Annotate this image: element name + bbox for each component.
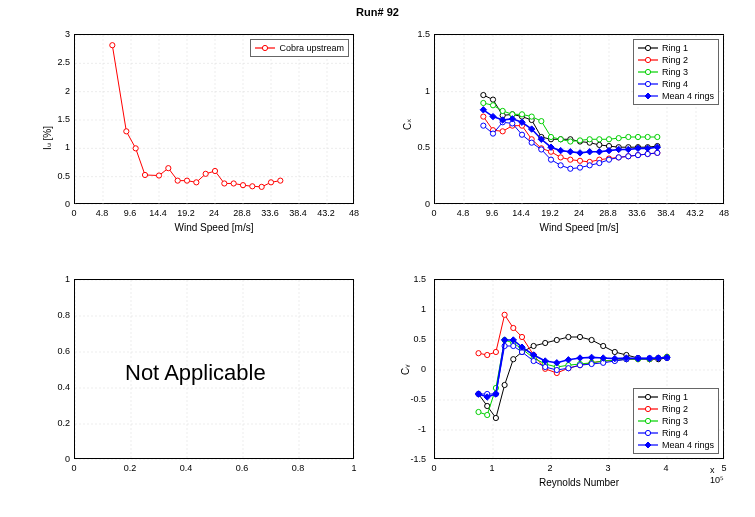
diamond-marker-icon xyxy=(638,92,658,100)
svg-point-96 xyxy=(529,114,534,119)
svg-point-125 xyxy=(626,154,631,159)
legend-label: Ring 1 xyxy=(662,43,688,53)
chart-svg-tl xyxy=(75,35,355,205)
svg-point-109 xyxy=(655,134,660,139)
svg-point-22 xyxy=(156,173,161,178)
xlabel-br: Reynolds Number xyxy=(434,477,724,488)
legend-label: Mean 4 rings xyxy=(662,440,714,450)
svg-point-227 xyxy=(543,364,548,369)
xtick-label: 38.4 xyxy=(654,208,678,218)
xlabel-tl: Wind Speed [m/s] xyxy=(74,222,354,233)
svg-point-176 xyxy=(612,349,617,354)
svg-point-97 xyxy=(539,119,544,124)
circle-marker-icon xyxy=(638,80,658,88)
svg-point-122 xyxy=(597,160,602,165)
svg-point-116 xyxy=(539,147,544,152)
svg-point-95 xyxy=(519,112,524,117)
svg-point-173 xyxy=(577,334,582,339)
xtick-label: 24 xyxy=(202,208,226,218)
svg-point-114 xyxy=(519,132,524,137)
diamond-marker-icon xyxy=(638,441,658,449)
legend-item: Ring 2 xyxy=(638,54,714,66)
ylabel-tl: Iᵤ [%] xyxy=(42,126,53,150)
ytick-label: 2 xyxy=(42,86,70,96)
xtick-label: 0.6 xyxy=(230,463,254,473)
xtick-label: 48 xyxy=(712,208,736,218)
svg-point-119 xyxy=(568,166,573,171)
legend-item: Mean 4 rings xyxy=(638,90,714,102)
svg-point-81 xyxy=(568,157,573,162)
legend-item: Ring 1 xyxy=(638,391,714,403)
xtick-label: 0 xyxy=(62,208,86,218)
svg-point-224 xyxy=(511,343,516,348)
xtick-label: 48 xyxy=(342,208,366,218)
svg-point-74 xyxy=(500,129,505,134)
svg-point-37 xyxy=(263,45,268,50)
svg-point-28 xyxy=(212,168,217,173)
svg-point-54 xyxy=(490,97,495,102)
svg-point-202 xyxy=(485,412,490,417)
svg-point-34 xyxy=(268,180,273,185)
xtick-label: 1 xyxy=(342,463,366,473)
svg-point-167 xyxy=(511,357,516,362)
not-applicable-text: Not Applicable xyxy=(125,360,266,386)
legend-label: Ring 2 xyxy=(662,404,688,414)
svg-point-174 xyxy=(589,337,594,342)
legend-label: Cobra upstream xyxy=(279,43,344,53)
xtick-label: 9.6 xyxy=(118,208,142,218)
circle-marker-icon xyxy=(638,417,658,425)
xticklabels-br: 012345 xyxy=(434,463,724,475)
svg-point-166 xyxy=(502,382,507,387)
svg-point-187 xyxy=(519,334,524,339)
svg-point-72 xyxy=(481,114,486,119)
ytick-label: 1.5 xyxy=(402,29,430,39)
legend-item: Mean 4 rings xyxy=(638,439,714,451)
axis-exponent-br: x 10⁵ xyxy=(710,465,730,485)
panel-tl: 00.511.522.53 Cobra upstream 04.89.614.4… xyxy=(40,30,360,240)
legend-label: Ring 4 xyxy=(662,428,688,438)
ytick-label: 3 xyxy=(42,29,70,39)
svg-point-105 xyxy=(616,136,621,141)
circle-marker-icon xyxy=(255,44,275,52)
svg-point-30 xyxy=(231,181,236,186)
legend-item: Ring 4 xyxy=(638,78,714,90)
legend-label: Ring 2 xyxy=(662,55,688,65)
legend-item: Ring 3 xyxy=(638,415,714,427)
xtick-label: 19.2 xyxy=(174,208,198,218)
legend-item: Ring 2 xyxy=(638,403,714,415)
ytick-label: -1 xyxy=(398,424,426,434)
svg-point-126 xyxy=(635,153,640,158)
svg-point-124 xyxy=(616,155,621,160)
xtick-label: 14.4 xyxy=(509,208,533,218)
svg-point-102 xyxy=(587,137,592,142)
svg-point-107 xyxy=(635,134,640,139)
svg-point-23 xyxy=(166,166,171,171)
legend-label: Mean 4 rings xyxy=(662,91,714,101)
circle-marker-icon xyxy=(638,56,658,64)
svg-point-82 xyxy=(577,158,582,163)
svg-point-117 xyxy=(548,157,553,162)
svg-point-101 xyxy=(577,138,582,143)
svg-point-123 xyxy=(606,157,611,162)
legend-item: Ring 1 xyxy=(638,42,714,54)
circle-marker-icon xyxy=(638,429,658,437)
xtick-label: 43.2 xyxy=(314,208,338,218)
ytick-label: 1 xyxy=(398,304,426,314)
xtick-label: 33.6 xyxy=(625,208,649,218)
svg-point-103 xyxy=(597,137,602,142)
ytick-label: -0.5 xyxy=(398,394,426,404)
svg-point-91 xyxy=(481,100,486,105)
plot-area-tl: Cobra upstream xyxy=(74,34,354,204)
legend-tr: Ring 1Ring 2Ring 3Ring 4Mean 4 rings xyxy=(633,39,719,105)
xtick-label: 19.2 xyxy=(538,208,562,218)
legend-item: Cobra upstream xyxy=(255,42,344,54)
xtick-label: 2 xyxy=(538,463,562,473)
circle-marker-icon xyxy=(638,68,658,76)
panel-tr: 00.511.5 Ring 1Ring 2Ring 3Ring 4Mean 4 … xyxy=(400,30,730,240)
svg-point-228 xyxy=(554,367,559,372)
svg-point-136 xyxy=(645,81,650,86)
legend-label: Ring 3 xyxy=(662,67,688,77)
svg-point-130 xyxy=(645,45,650,50)
xtick-label: 28.8 xyxy=(596,208,620,218)
legend-br: Ring 1Ring 2Ring 3Ring 4Mean 4 rings xyxy=(633,388,719,454)
